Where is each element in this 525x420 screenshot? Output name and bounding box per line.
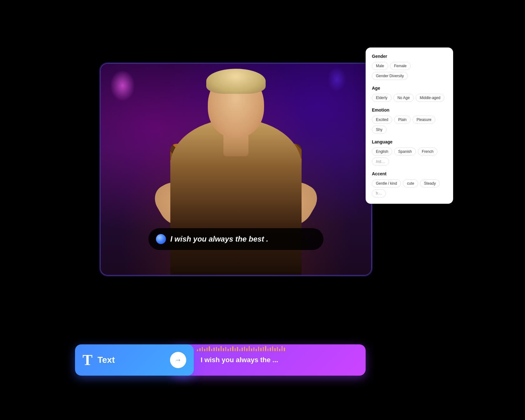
svg-rect-24	[253, 347, 254, 351]
tag-middle-aged[interactable]: Middle-aged	[416, 94, 444, 102]
filter-panel: Gender Male Female Gender Diversity Age …	[366, 48, 453, 204]
filter-age-tags: Elderly No Age Middle-aged	[372, 94, 447, 102]
svg-rect-5	[209, 346, 210, 351]
svg-rect-7	[213, 348, 215, 351]
tag-shy[interactable]: Shy	[372, 126, 387, 134]
svg-rect-9	[218, 348, 219, 351]
filter-language-tags: English Spanish French Ind…	[372, 148, 447, 166]
svg-rect-19	[242, 348, 243, 351]
svg-rect-32	[272, 346, 273, 351]
svg-rect-12	[225, 347, 226, 351]
tag-cute[interactable]: cute	[403, 179, 418, 188]
tag-french[interactable]: French	[418, 148, 438, 156]
svg-rect-21	[246, 348, 248, 351]
main-scene: I wish you always the best . Gender Male…	[75, 38, 450, 382]
svg-rect-10	[221, 346, 222, 351]
hair	[206, 69, 266, 94]
svg-rect-25	[256, 349, 257, 351]
svg-rect-2	[202, 347, 203, 351]
svg-rect-18	[239, 349, 240, 351]
text-icon: T	[82, 352, 92, 368]
svg-rect-36	[282, 346, 282, 351]
text-label: Text	[98, 355, 115, 365]
tag-female[interactable]: Female	[390, 62, 411, 70]
svg-rect-30	[268, 348, 268, 351]
filter-accent-tags: Gentle / kind cute Steady fr…	[372, 179, 447, 198]
ambient-light-pink	[110, 70, 135, 101]
tag-spanish[interactable]: Spanish	[394, 148, 416, 156]
svg-rect-13	[228, 349, 229, 351]
tag-pleasure[interactable]: Pleasure	[412, 116, 435, 124]
filter-emotion-tags: Excited Plain Pleasure Shy	[372, 116, 447, 134]
svg-rect-31	[270, 348, 271, 351]
svg-rect-0	[197, 349, 198, 351]
svg-rect-20	[244, 347, 245, 351]
filter-section-emotion: Emotion Excited Plain Pleasure Shy	[372, 108, 447, 134]
subtitle-text: I wish you always the best .	[170, 235, 268, 243]
tag-excited[interactable]: Excited	[372, 116, 392, 124]
filter-section-age: Age Elderly No Age Middle-aged	[372, 86, 447, 102]
svg-rect-1	[199, 348, 201, 351]
filter-emotion-title: Emotion	[372, 108, 447, 112]
svg-rect-6	[211, 349, 212, 351]
subtitle-bar: I wish you always the best .	[148, 228, 323, 250]
svg-rect-27	[260, 348, 262, 351]
tag-steady[interactable]: Steady	[420, 179, 440, 188]
audio-panel[interactable]: I wish you always the ...	[172, 344, 366, 376]
svg-rect-35	[279, 349, 280, 351]
filter-language-title: Language	[372, 139, 447, 144]
filter-section-accent: Accent Gentle / kind cute Steady fr…	[372, 171, 447, 198]
tag-elderly[interactable]: Elderly	[372, 94, 392, 102]
svg-rect-26	[258, 347, 259, 351]
svg-rect-28	[263, 347, 264, 351]
tag-gentle-kind[interactable]: Gentle / kind	[372, 179, 401, 188]
svg-rect-3	[204, 349, 205, 351]
arrow-button[interactable]: →	[170, 352, 186, 368]
filter-gender-title: Gender	[372, 54, 447, 59]
svg-rect-33	[274, 348, 276, 351]
head	[208, 72, 264, 138]
tag-english[interactable]: English	[372, 148, 392, 156]
tag-indonesian[interactable]: Ind…	[372, 158, 389, 166]
video-frame: I wish you always the best .	[100, 63, 372, 276]
filter-section-gender: Gender Male Female Gender Diversity	[372, 54, 447, 80]
svg-rect-8	[216, 347, 217, 351]
waveform-top	[197, 344, 366, 351]
svg-rect-15	[232, 346, 233, 351]
tag-male[interactable]: Male	[372, 62, 388, 70]
svg-rect-34	[277, 347, 278, 351]
svg-rect-11	[223, 348, 224, 351]
tag-gender-diversity[interactable]: Gender Diversity	[372, 72, 408, 80]
svg-rect-4	[207, 348, 208, 351]
svg-rect-17	[237, 347, 238, 351]
filter-gender-tags: Male Female Gender Diversity	[372, 62, 447, 80]
filter-age-title: Age	[372, 86, 447, 91]
filter-accent-title: Accent	[372, 171, 447, 176]
svg-rect-37	[284, 348, 285, 351]
tag-no-age[interactable]: No Age	[393, 94, 414, 102]
filter-section-language: Language English Spanish French Ind…	[372, 139, 447, 166]
svg-rect-16	[235, 348, 236, 351]
audio-text: I wish you always the ...	[201, 356, 278, 364]
svg-rect-14	[230, 348, 231, 351]
svg-rect-23	[251, 348, 252, 351]
text-panel[interactable]: T Text →	[75, 344, 194, 376]
subtitle-dot	[156, 234, 166, 244]
arrow-icon: →	[175, 356, 182, 364]
svg-rect-22	[249, 346, 250, 351]
tag-french-accent[interactable]: fr…	[372, 189, 386, 198]
svg-rect-29	[265, 346, 266, 351]
tag-plain[interactable]: Plain	[394, 116, 411, 124]
